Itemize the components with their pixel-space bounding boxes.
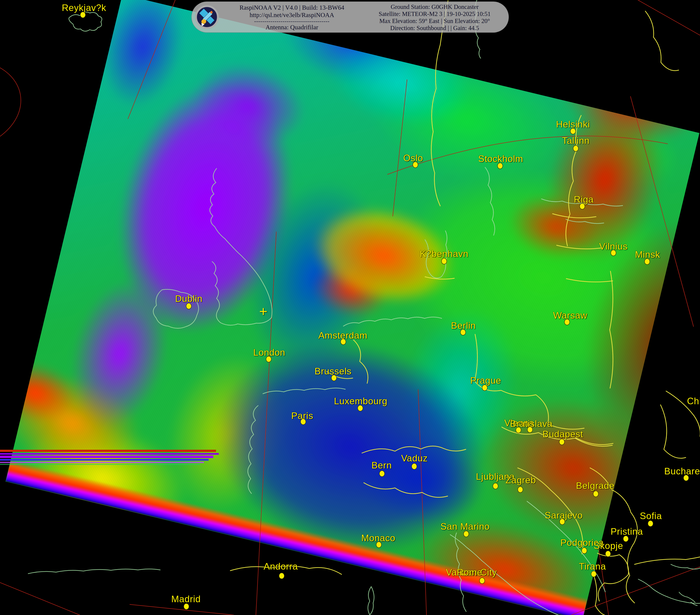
ground-station-cross: + (259, 303, 267, 319)
city-label: San Marino (440, 521, 490, 532)
city-label: Belgrade (576, 480, 614, 491)
coastlines (28, 0, 700, 615)
city-dot (517, 487, 523, 493)
city-dot (463, 531, 469, 537)
header-left-column: RaspiNOAA V2 | V4.0 | Build: 13-BW64 htt… (223, 4, 361, 31)
city-label: Bern (372, 460, 392, 471)
satellite-pass-info: Satellite: METEOR-M2 3 | 19-10-2025 10:5… (379, 10, 490, 17)
header-divider: ------------------------------------- (254, 19, 330, 24)
city-label: Tallinn (562, 135, 590, 146)
city-dot (331, 375, 337, 381)
city-dot (570, 128, 576, 134)
city-dot (479, 578, 485, 584)
city-dot (527, 427, 533, 433)
antenna-info: Antenna: Quadrifilar (265, 24, 318, 31)
city-dot (411, 463, 417, 469)
city-dot (493, 483, 498, 489)
city-dot (645, 258, 650, 265)
city-label: Skopje (594, 540, 623, 551)
city-dot (300, 419, 306, 425)
city-label: Stockholm (478, 153, 523, 164)
city-label: Madrid (171, 594, 201, 604)
city-dot (573, 145, 578, 151)
map-overlay (0, 0, 700, 615)
city-dot (593, 491, 599, 497)
city-label: Andorra (264, 561, 298, 572)
city-dot (279, 573, 285, 579)
city-label: Warsaw (553, 310, 587, 321)
header-right-column: Ground Station: G0GHK Doncaster Satellit… (362, 4, 507, 31)
city-dot (560, 518, 565, 525)
city-label: Bucharest (664, 466, 700, 477)
app-title: RaspiNOAA V2 | V4.0 | Build: 13-BW64 (240, 4, 344, 11)
city-label: Vaduz (401, 453, 428, 464)
city-dot (591, 571, 597, 577)
city-dot (611, 250, 616, 256)
city-dot (623, 536, 629, 542)
app-url[interactable]: http://qsl.net/ve3elb/RaspiNOAA (250, 11, 334, 19)
city-dot (564, 319, 570, 325)
city-dot (358, 405, 363, 411)
city-label: Riga (574, 194, 594, 205)
city-label: Pristina (611, 526, 643, 537)
city-dot (266, 356, 272, 362)
city-label: Oslo (403, 153, 423, 163)
city-dot (497, 163, 503, 169)
city-label: Prague (470, 375, 501, 386)
city-label: Reykjav?k (62, 2, 106, 13)
city-dot (441, 258, 447, 265)
satellite-icon (195, 5, 219, 29)
city-dot (579, 203, 585, 209)
city-dot (460, 329, 466, 335)
ground-station-info: Ground Station: G0GHK Doncaster (391, 3, 479, 10)
graticule-lines (0, 0, 700, 615)
city-dot (379, 470, 385, 477)
city-label: K?benhavn (420, 248, 468, 259)
header-info-box: RaspiNOAA V2 | V4.0 | Build: 13-BW64 htt… (191, 1, 509, 33)
city-dot (559, 439, 565, 445)
city-dot (413, 162, 418, 168)
city-label: Dublin (175, 293, 202, 304)
elevation-info: Max Elevation: 59° East | Sun Elevation:… (379, 17, 490, 24)
city-dot (648, 520, 653, 527)
city-dot (482, 384, 487, 391)
city-label: Chisinau (687, 396, 700, 406)
city-dot (605, 551, 611, 557)
city-label: Budapest (542, 429, 583, 440)
city-dot (80, 12, 86, 18)
city-dot (683, 475, 689, 481)
satellite-image-viewer: Reykjav?kOsloStockholmHelsinkiTallinnRig… (0, 0, 700, 615)
city-dot (582, 548, 587, 554)
city-label: Tirana (579, 561, 606, 572)
city-dot (184, 603, 189, 610)
city-dot (340, 339, 346, 345)
city-label: Rome (457, 567, 482, 578)
direction-gain-info: Direction: Southbound | | Gain: 44.5 (390, 24, 479, 32)
city-dot (376, 542, 382, 548)
city-dot (186, 303, 191, 309)
city-label: Sofia (640, 511, 662, 521)
city-label: Zagreb (505, 475, 536, 485)
